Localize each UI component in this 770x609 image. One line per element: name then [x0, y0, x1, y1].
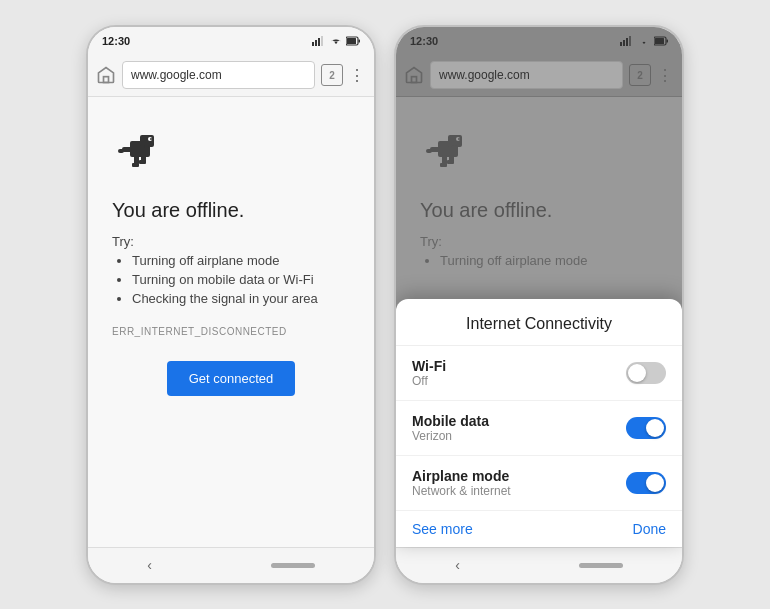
svg-rect-25 — [655, 38, 664, 44]
url-bar-1[interactable]: www.google.com — [122, 61, 315, 89]
mobile-toggle-knob — [646, 419, 664, 437]
phone-1: 12:30 — [86, 25, 376, 585]
svg-rect-32 — [426, 149, 432, 153]
svg-rect-7 — [104, 77, 109, 83]
svg-rect-6 — [347, 38, 356, 44]
wifi-toggle[interactable] — [626, 362, 666, 384]
home-pill-2[interactable] — [579, 563, 623, 568]
home-pill-1[interactable] — [271, 563, 315, 568]
wifi-icon — [330, 36, 342, 46]
see-more-button[interactable]: See more — [412, 521, 473, 537]
status-bar-1: 12:30 — [88, 27, 374, 55]
dino-icon-2 — [420, 127, 472, 183]
svg-rect-26 — [412, 77, 417, 83]
home-icon-2[interactable] — [404, 65, 424, 85]
phones-container: 12:30 — [86, 25, 684, 585]
svg-rect-16 — [132, 163, 139, 167]
offline-title-1: You are offline. — [112, 199, 244, 222]
svg-rect-5 — [359, 39, 361, 42]
tab-count-2[interactable]: 2 — [629, 64, 651, 86]
signal-icon-2 — [620, 36, 634, 46]
browser-bar-1: www.google.com 2 ⋮ — [88, 55, 374, 97]
bottom-nav-2: ‹ — [396, 547, 682, 583]
mobile-sub: Verizon — [412, 429, 489, 443]
browser-bar-2: www.google.com 2 ⋮ — [396, 55, 682, 97]
status-bar-2: 12:30 — [396, 27, 682, 55]
offline-title-2: You are offline. — [420, 199, 552, 222]
svg-rect-0 — [312, 42, 314, 46]
svg-rect-35 — [440, 163, 447, 167]
svg-rect-36 — [447, 160, 454, 164]
svg-rect-22 — [629, 36, 631, 46]
svg-rect-19 — [620, 42, 622, 46]
svg-rect-17 — [139, 160, 146, 164]
svg-rect-2 — [318, 38, 320, 46]
list-item: Checking the signal in your area — [132, 291, 318, 306]
try-label-2: Try: — [420, 234, 442, 249]
svg-rect-20 — [623, 40, 625, 46]
svg-point-11 — [150, 138, 152, 140]
svg-rect-37 — [452, 145, 457, 148]
panel-footer: See more Done — [396, 511, 682, 547]
try-label-1: Try: — [112, 234, 134, 249]
wifi-sub: Off — [412, 374, 446, 388]
status-icons-2 — [620, 36, 668, 46]
mobile-data-row: Mobile data Verizon — [396, 401, 682, 456]
svg-rect-13 — [118, 149, 124, 153]
mobile-label: Mobile data — [412, 413, 489, 429]
svg-rect-1 — [315, 40, 317, 46]
error-code: ERR_INTERNET_DISCONNECTED — [112, 326, 287, 337]
wifi-toggle-knob — [628, 364, 646, 382]
time-2: 12:30 — [410, 35, 438, 47]
airplane-row: Airplane mode Network & internet — [396, 456, 682, 511]
airplane-label: Airplane mode — [412, 468, 511, 484]
try-list-2: Turning off airplane mode — [420, 253, 587, 272]
menu-dots-2[interactable]: ⋮ — [657, 66, 674, 85]
url-text-1: www.google.com — [131, 68, 222, 82]
svg-rect-24 — [667, 39, 669, 42]
url-text-2: www.google.com — [439, 68, 530, 82]
get-connected-button[interactable]: Get connected — [167, 361, 296, 396]
battery-icon-2 — [654, 36, 668, 46]
phone-2: 12:30 — [394, 25, 684, 585]
battery-icon — [346, 36, 360, 46]
back-button-1[interactable]: ‹ — [147, 557, 152, 573]
menu-dots-1[interactable]: ⋮ — [349, 66, 366, 85]
list-item: Turning on mobile data or Wi-Fi — [132, 272, 318, 287]
signal-icon — [312, 36, 326, 46]
done-button[interactable]: Done — [633, 521, 666, 537]
wifi-row: Wi-Fi Off — [396, 346, 682, 401]
url-bar-2[interactable]: www.google.com — [430, 61, 623, 89]
svg-rect-3 — [321, 36, 323, 46]
panel-title: Internet Connectivity — [396, 299, 682, 346]
connectivity-panel: Internet Connectivity Wi-Fi Off Mobile d… — [396, 299, 682, 547]
wifi-label: Wi-Fi — [412, 358, 446, 374]
home-icon[interactable] — [96, 65, 116, 85]
wifi-icon-2 — [638, 36, 650, 46]
airplane-sub: Network & internet — [412, 484, 511, 498]
svg-point-30 — [458, 138, 460, 140]
svg-rect-21 — [626, 38, 628, 46]
tab-count-1[interactable]: 2 — [321, 64, 343, 86]
svg-rect-18 — [144, 145, 149, 148]
back-button-2[interactable]: ‹ — [455, 557, 460, 573]
time-1: 12:30 — [102, 35, 130, 47]
mobile-data-toggle[interactable] — [626, 417, 666, 439]
list-item: Turning off airplane mode — [132, 253, 318, 268]
airplane-toggle-knob — [646, 474, 664, 492]
status-icons-1 — [312, 36, 360, 46]
list-item-dim: Turning off airplane mode — [440, 253, 587, 268]
try-list-1: Turning off airplane mode Turning on mob… — [112, 253, 318, 310]
airplane-toggle[interactable] — [626, 472, 666, 494]
dino-icon — [112, 127, 164, 183]
browser-content-1: You are offline. Try: Turning off airpla… — [88, 97, 374, 547]
bottom-nav-1: ‹ — [88, 547, 374, 583]
